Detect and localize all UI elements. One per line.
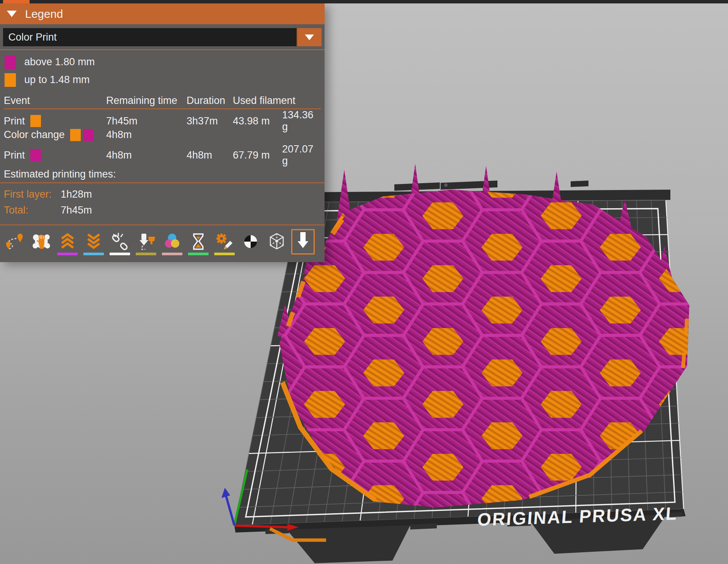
center-of-mass-glyph [240, 232, 261, 251]
filament-length: 43.98 m [233, 115, 282, 127]
separator [0, 182, 325, 183]
height-legend-row: up to 1.48 mm [0, 71, 325, 89]
col-duration: Duration [187, 95, 233, 107]
view-mode-dropdown[interactable]: Color Print [3, 28, 322, 46]
remaining-value: 4h8m [106, 129, 187, 141]
active-tab-accent [3, 0, 30, 3]
height-legend-row: above 1.80 mm [0, 53, 325, 71]
event-label: Print [4, 115, 25, 127]
icon-underline [136, 253, 156, 255]
filament-weight: 134.36 g [282, 109, 321, 133]
chevrons-up-glyph [57, 232, 78, 251]
legend-panel: Legend Color Print above 1.80 mm up to 1… [0, 3, 325, 262]
icon-underline [110, 253, 130, 255]
events-table: Event Remaining time Duration Used filam… [0, 89, 325, 160]
icon-underline [5, 253, 25, 255]
view-options-toolbar [0, 225, 325, 255]
center-of-mass-icon[interactable] [240, 232, 261, 255]
chevrons-down-glyph [83, 232, 104, 251]
table-row: Color change 4h8m [4, 126, 321, 143]
travel-paths-icon[interactable] [5, 232, 26, 255]
col-filament: Used filament [233, 95, 321, 107]
wipe-icon[interactable] [31, 232, 52, 255]
icon-underline [214, 253, 235, 255]
z-axis-arrow [221, 488, 230, 498]
z-axis-line [226, 496, 234, 525]
legend-header[interactable]: Legend [0, 3, 325, 24]
duration-value: 3h37m [187, 115, 233, 127]
filament-length: 67.79 m [233, 149, 282, 161]
dropdown-button[interactable] [297, 28, 322, 46]
retractions-icon[interactable] [57, 232, 78, 255]
wireframe-cube-glyph [266, 232, 287, 251]
total-label: Total: [4, 204, 61, 216]
deretractions-icon[interactable] [83, 232, 104, 255]
duration-value: 4h8m [187, 149, 233, 161]
nozzle-arrow-glyph [135, 232, 157, 251]
icon-underline [188, 253, 209, 255]
marker-arrow-glyph [295, 231, 311, 250]
col-remaining: Remaining time [106, 95, 187, 107]
icon-underline [162, 253, 182, 255]
wipe-glyph [31, 232, 52, 251]
travel-paths-glyph [5, 232, 26, 251]
event-label: Color change [4, 129, 65, 141]
remaining-value: 4h8m [106, 149, 187, 161]
icon-underline [57, 253, 78, 255]
first-layer-row: First layer: 1h28m [0, 186, 325, 202]
top-strip [0, 0, 728, 3]
remaining-value: 7h45m [106, 115, 187, 127]
filament-weight: 207.07 g [282, 143, 321, 167]
height-legend-label: up to 1.48 mm [24, 74, 90, 86]
events-table-header: Event Remaining time Duration Used filam… [4, 93, 321, 109]
icon-underline [83, 253, 104, 255]
event-color-swatch [70, 129, 81, 141]
event-color-swatch [83, 129, 94, 141]
collapse-triangle-icon [7, 11, 17, 17]
event-color-swatch [30, 149, 41, 161]
table-row: Print 4h8m 4h8m 67.79 m 207.07 g [4, 143, 321, 160]
legend-title: Legend [25, 8, 63, 20]
icon-underline [31, 253, 52, 255]
icon-underline [267, 253, 287, 255]
chevron-down-icon [305, 35, 314, 40]
height-legend: above 1.80 mm up to 1.48 mm [0, 50, 325, 89]
view-mode-value: Color Print [3, 31, 297, 43]
height-legend-label: above 1.80 mm [24, 56, 95, 68]
broken-link-glyph [109, 232, 130, 251]
shells-icon[interactable] [266, 232, 287, 255]
print-pauses-icon[interactable] [188, 232, 209, 255]
x-axis-line [235, 526, 288, 527]
event-label: Print [4, 149, 25, 161]
selected-icon-box [291, 229, 315, 255]
first-layer-label: First layer: [4, 189, 61, 200]
color-changes-icon[interactable] [162, 232, 183, 255]
tool-marker-icon[interactable] [292, 229, 314, 255]
total-value: 7h45m [61, 204, 92, 216]
first-layer-value: 1h28m [61, 189, 92, 200]
color-circles-glyph [162, 232, 183, 251]
magenta-swatch [5, 55, 16, 69]
icon-underline [240, 253, 261, 255]
custom-gcodes-icon[interactable] [214, 232, 235, 255]
hourglass-glyph [188, 232, 209, 251]
table-row: Print 7h45m 3h37m 43.98 m 134.36 g [4, 109, 321, 126]
gear-pencil-glyph [214, 232, 235, 251]
seams-icon[interactable] [109, 232, 130, 255]
tool-changes-icon[interactable] [135, 232, 157, 255]
event-color-swatch [30, 115, 41, 127]
orange-swatch [5, 73, 16, 87]
col-event: Event [4, 95, 106, 107]
estimated-times-heading: Estimated printing times: [0, 167, 325, 182]
total-row: Total: 7h45m [0, 202, 325, 218]
